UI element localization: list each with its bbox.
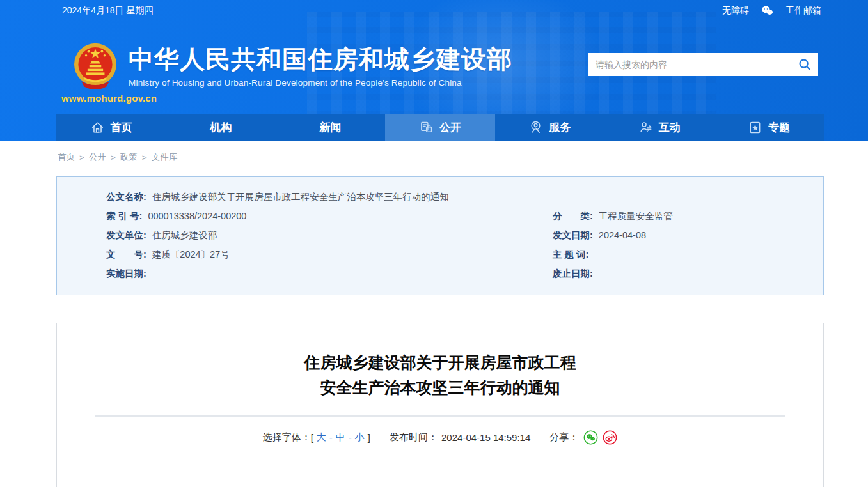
article-title-line1: 住房城乡建设部关于开展房屋市政工程 [304, 353, 576, 371]
national-emblem-logo[interactable]: www.mohurd.gov.cn [61, 42, 129, 104]
breadcrumb-separator: > [142, 153, 147, 162]
main-content: 首页 > 公开 > 政策 > 文件库 公文名称: 住房城乡建设部关于开展房屋市政… [56, 151, 824, 487]
meta-value: 000013338/2024-00200 [148, 211, 246, 221]
interaction-person-icon [638, 120, 653, 135]
topbar: 2024年4月18日 星期四 无障碍 工作邮箱 [0, 0, 868, 21]
breadcrumb-separator: > [111, 153, 116, 162]
title-divider [95, 415, 785, 417]
meta-label: 发文单位: [106, 229, 146, 242]
breadcrumb-policy[interactable]: 政策 [120, 151, 138, 163]
china-national-emblem-icon [72, 42, 119, 89]
nav-label: 专题 [768, 120, 790, 135]
meta-row: 发文单位: 住房城乡建设部 发文日期: 2024-04-08 [57, 226, 823, 245]
meta-row: 文 号: 建质〔2024〕27号 主 题 词: [57, 245, 823, 264]
work-mailbox-link[interactable]: 工作邮箱 [785, 5, 821, 17]
nav-item-orgs[interactable]: 机构 [166, 114, 275, 141]
search-button[interactable] [791, 53, 818, 76]
meta-value: 住房城乡建设部关于开展房屋市政工程安全生产治本攻坚三年行动的通知 [152, 191, 449, 203]
nav-item-news[interactable]: 新闻 [276, 114, 385, 141]
font-size-separator: - [329, 432, 333, 443]
meta-label: 废止日期: [553, 268, 593, 280]
meta-value: 建质〔2024〕27号 [152, 249, 230, 261]
nav-item-interaction[interactable]: 互动 [604, 114, 714, 141]
service-agent-icon [528, 120, 543, 135]
font-size-label: 选择字体： [263, 431, 311, 444]
meta-label: 分 类: [553, 210, 593, 222]
nav-label: 互动 [659, 120, 681, 135]
article-title-line2: 安全生产治本攻坚三年行动的通知 [320, 378, 560, 396]
bracket-close: ] [368, 432, 370, 443]
weibo-share-icon[interactable] [603, 430, 617, 445]
search-icon [798, 58, 812, 72]
breadcrumb: 首页 > 公开 > 政策 > 文件库 [56, 151, 824, 163]
document-meta-box: 公文名称: 住房城乡建设部关于开展房屋市政工程安全生产治本攻坚三年行动的通知 索… [56, 176, 824, 295]
meta-row-document-name: 公文名称: 住房城乡建设部关于开展房屋市政工程安全生产治本攻坚三年行动的通知 [57, 187, 823, 206]
breadcrumb-document-library[interactable]: 文件库 [152, 151, 178, 163]
share-label: 分享： [549, 431, 578, 444]
main-navigation: 首页 机构 新闻 公开 [56, 114, 824, 141]
accessibility-link[interactable]: 无障碍 [722, 5, 749, 17]
font-size-small[interactable]: 小 [355, 431, 365, 444]
bracket-open: [ [311, 432, 313, 443]
nav-item-topics[interactable]: 专题 [714, 114, 824, 141]
site-name-english: Ministry of Housing and Urban-Rural Deve… [129, 78, 512, 88]
meta-row: 索 引 号: 000013338/2024-00200 分 类: 工程质量安全监… [57, 206, 823, 226]
home-icon [90, 120, 105, 135]
site-url: www.mohurd.gov.cn [61, 93, 129, 104]
breadcrumb-disclosure[interactable]: 公开 [89, 151, 106, 163]
wechat-share-icon[interactable] [583, 430, 598, 445]
meta-row: 实施日期: 废止日期: [57, 264, 823, 283]
font-size-separator: - [349, 432, 352, 443]
meta-label: 发文日期: [553, 229, 593, 242]
nav-label: 首页 [111, 120, 132, 135]
site-search [588, 53, 818, 76]
site-banner: 2024年4月18日 星期四 无障碍 工作邮箱 [0, 0, 868, 141]
meta-value: 住房城乡建设部 [152, 229, 217, 242]
nav-label: 服务 [549, 120, 571, 135]
nav-item-services[interactable]: 服务 [495, 114, 604, 141]
article-container: 住房城乡建设部关于开展房屋市政工程 安全生产治本攻坚三年行动的通知 选择字体： … [56, 323, 824, 487]
publish-time-label: 发布时间： [390, 431, 438, 444]
star-topic-icon [748, 120, 762, 135]
nav-item-disclosure[interactable]: 公开 [385, 114, 494, 141]
article-toolbar: 选择字体： [ 大 - 中 - 小 ] 发布时间： 2024-04-15 14:… [57, 430, 823, 445]
meta-label: 主 题 词: [553, 249, 588, 261]
open-file-lock-icon [419, 120, 434, 135]
site-header: www.mohurd.gov.cn 中华人民共和国住房和城乡建设部 Minist… [0, 21, 868, 114]
meta-value: 2024-04-08 [599, 230, 646, 240]
nav-label: 公开 [439, 120, 461, 135]
meta-label: 实施日期: [106, 268, 146, 280]
nav-label: 机构 [210, 120, 232, 135]
font-size-medium[interactable]: 中 [336, 431, 345, 444]
site-name: 中华人民共和国住房和城乡建设部 [129, 47, 512, 72]
nav-label: 新闻 [320, 120, 342, 135]
article-title: 住房城乡建设部关于开展房屋市政工程 安全生产治本攻坚三年行动的通知 [57, 350, 823, 400]
meta-value: 工程质量安全监管 [599, 210, 673, 222]
topbar-date: 2024年4月18日 星期四 [62, 5, 153, 17]
meta-label: 文 号: [106, 249, 146, 261]
font-size-large[interactable]: 大 [317, 431, 326, 444]
search-input[interactable] [588, 59, 791, 70]
wechat-icon[interactable] [761, 5, 774, 16]
publish-time-value: 2024-04-15 14:59:14 [441, 432, 530, 443]
meta-label: 公文名称: [106, 191, 146, 203]
meta-label: 索 引 号: [106, 210, 142, 222]
nav-item-home[interactable]: 首页 [56, 114, 166, 141]
breadcrumb-separator: > [79, 153, 84, 162]
breadcrumb-home[interactable]: 首页 [58, 151, 75, 163]
